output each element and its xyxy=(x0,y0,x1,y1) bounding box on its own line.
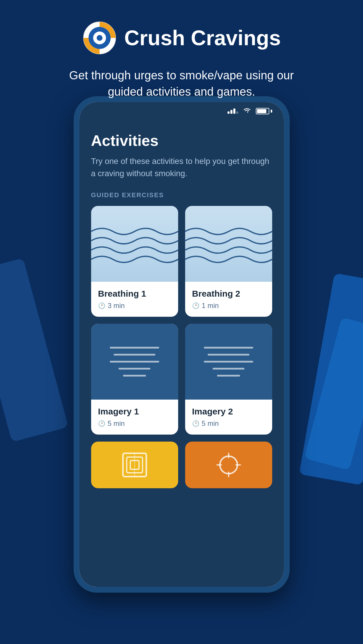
card-imagery-1-duration: 🕐 5 min xyxy=(98,419,171,428)
app-title: Crush Cravings xyxy=(124,26,281,50)
clock-icon-4: 🕐 xyxy=(192,420,199,427)
bottom-cards xyxy=(91,442,272,488)
bg-decoration-left xyxy=(0,258,68,442)
battery-icon xyxy=(256,108,272,114)
card-imagery-1-title: Imagery 1 xyxy=(98,407,171,416)
screen-title: Activities xyxy=(91,132,272,149)
card-imagery-2-image xyxy=(185,324,272,400)
card-breathing-1-title: Breathing 1 xyxy=(98,289,171,299)
card-breathing-2-duration: 🕐 1 min xyxy=(192,302,265,310)
phone-screen: Activities Try one of these activities t… xyxy=(79,102,284,587)
card-breathing-1[interactable]: Breathing 1 🕐 3 min xyxy=(91,206,178,317)
app-tagline: Get through urges to smoke/vape using ou… xyxy=(50,67,313,100)
wifi-icon xyxy=(243,107,251,115)
card-breathing-1-image xyxy=(91,206,178,282)
card-game-1[interactable] xyxy=(91,442,178,488)
card-breathing-2-title: Breathing 2 xyxy=(192,289,265,299)
card-breathing-2-image xyxy=(185,206,272,282)
section-label: GUIDED EXERCISES xyxy=(91,191,272,199)
card-imagery-1-image xyxy=(91,324,178,400)
phone-mockup: Activities Try one of these activities t… xyxy=(74,96,290,593)
game-1-icon xyxy=(121,452,148,478)
card-imagery-2-title: Imagery 2 xyxy=(192,407,265,416)
card-imagery-1-info: Imagery 1 🕐 5 min xyxy=(91,400,178,435)
game-2-icon xyxy=(216,452,242,478)
signal-icon xyxy=(227,108,238,114)
screen-description: Try one of these activities to help you … xyxy=(91,155,272,180)
header: Crush Cravings Get through urges to smok… xyxy=(0,0,363,100)
svg-point-9 xyxy=(220,456,237,474)
header-top: Crush Cravings xyxy=(82,20,281,55)
card-breathing-2[interactable]: Breathing 2 🕐 1 min xyxy=(185,206,272,317)
card-game-2[interactable] xyxy=(185,442,272,488)
card-breathing-2-info: Breathing 2 🕐 1 min xyxy=(185,282,272,317)
card-imagery-1[interactable]: Imagery 1 🕐 5 min xyxy=(91,324,178,435)
card-imagery-2-info: Imagery 2 🕐 5 min xyxy=(185,400,272,435)
phone-frame: Activities Try one of these activities t… xyxy=(74,96,290,593)
imagery-lines-1 xyxy=(100,341,169,382)
imagery-lines-2 xyxy=(194,341,263,382)
clock-icon-3: 🕐 xyxy=(98,420,105,427)
app-logo xyxy=(82,20,117,55)
svg-point-4 xyxy=(97,35,103,41)
screen-content: Activities Try one of these activities t… xyxy=(79,120,284,587)
card-breathing-1-duration: 🕐 3 min xyxy=(98,302,171,310)
status-bar xyxy=(79,102,284,120)
card-breathing-1-info: Breathing 1 🕐 3 min xyxy=(91,282,178,317)
card-imagery-2-duration: 🕐 5 min xyxy=(192,419,265,428)
card-imagery-2[interactable]: Imagery 2 🕐 5 min xyxy=(185,324,272,435)
clock-icon: 🕐 xyxy=(98,302,105,309)
cards-grid: Breathing 1 🕐 3 min xyxy=(91,206,272,435)
clock-icon-2: 🕐 xyxy=(192,302,199,309)
